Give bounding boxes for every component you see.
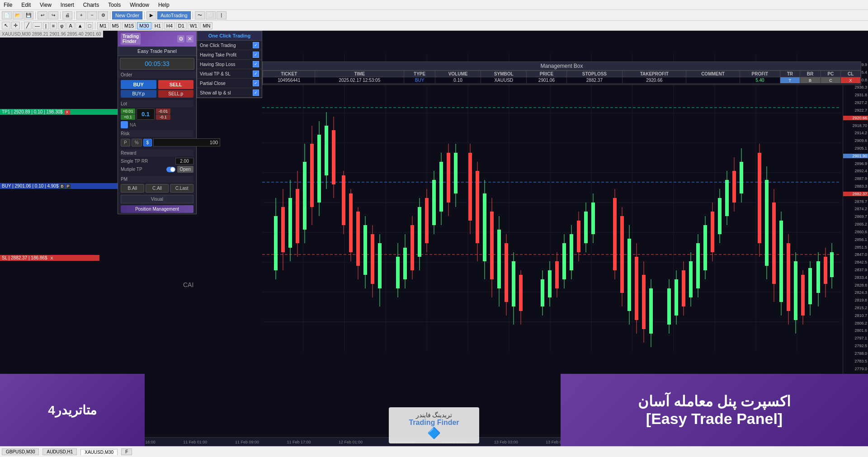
sell-button[interactable]: SELL: [158, 80, 194, 89]
properties-btn[interactable]: ⚙: [98, 11, 108, 19]
svg-rect-101: [577, 221, 580, 252]
menu-tools[interactable]: Tools: [106, 2, 123, 8]
oct-row-1: Having Take Profit: [197, 50, 262, 60]
risk-p-btn[interactable]: P: [121, 139, 130, 146]
lot-plus001[interactable]: +0.01: [121, 108, 135, 114]
risk-pct-btn[interactable]: %: [132, 139, 142, 146]
tf-m15[interactable]: M15: [122, 22, 136, 29]
oct-check-3[interactable]: [253, 71, 259, 77]
tf-m1[interactable]: M1: [97, 22, 108, 29]
c-last-button[interactable]: C.Last: [170, 184, 193, 193]
svg-rect-29: [281, 207, 285, 252]
menu-view[interactable]: View: [38, 2, 53, 8]
status-tab-0[interactable]: GBPUSD,M30: [2, 448, 39, 455]
btn-pc[interactable]: C: [821, 77, 841, 84]
text-tool[interactable]: A: [66, 22, 74, 29]
menu-file[interactable]: File: [2, 2, 14, 8]
hline-tool[interactable]: —: [33, 22, 42, 29]
buy-sell-row: BUY SELL: [121, 80, 193, 89]
time-1: 11 Feb 01:00: [183, 440, 207, 444]
buysell-pending-row: BUY.p SELL.p: [121, 90, 193, 98]
tf-h4[interactable]: H4: [164, 22, 175, 29]
lot-minus01[interactable]: -0.1: [156, 114, 170, 120]
zoom-in-btn[interactable]: +: [76, 11, 86, 19]
oct-check-0[interactable]: [253, 42, 259, 48]
sell-pending-button[interactable]: SELL.p: [158, 90, 194, 98]
undo-btn[interactable]: ↩: [38, 11, 47, 19]
period-sep-btn[interactable]: |: [217, 11, 226, 19]
zoom-out-btn[interactable]: −: [87, 11, 97, 19]
buy-button[interactable]: BUY: [121, 80, 156, 89]
risk-controls: P % $: [121, 138, 193, 146]
tf-m5[interactable]: M5: [110, 22, 121, 29]
fib-tool[interactable]: φ: [58, 22, 66, 29]
btn-cl[interactable]: X: [841, 77, 861, 84]
svg-rect-53: [371, 234, 374, 284]
oct-row-3: Virtual TP & SL: [197, 69, 262, 79]
line-tool[interactable]: ╱: [24, 22, 32, 29]
multiple-tp-toggle[interactable]: [166, 167, 175, 172]
print-btn[interactable]: 🖨: [62, 11, 72, 19]
cell-symbol: XAUUSD: [481, 77, 527, 84]
risk-dollar-btn[interactable]: $: [143, 139, 152, 146]
rect-tool[interactable]: □: [86, 22, 94, 29]
status-tab-3[interactable]: F: [121, 448, 132, 455]
price-2860: 2860.6: [843, 230, 868, 234]
redo-btn[interactable]: ↪: [48, 11, 58, 19]
buy-pending-button[interactable]: BUY.p: [121, 90, 156, 98]
auto-trading-btn[interactable]: AutoTrading: [157, 11, 191, 19]
menu-help[interactable]: Help: [156, 2, 171, 8]
oct-check-5[interactable]: [253, 90, 259, 96]
indicator-btn[interactable]: 〜: [195, 11, 205, 19]
svg-rect-83: [497, 230, 501, 288]
b-all-button[interactable]: B.All: [121, 184, 144, 193]
cursor-tool[interactable]: ↖: [2, 22, 10, 29]
tf-h1[interactable]: H1: [152, 22, 163, 29]
tf-w1[interactable]: W1: [188, 22, 200, 29]
svg-rect-129: [703, 225, 707, 270]
svg-rect-123: [682, 270, 685, 306]
tf-d1[interactable]: D1: [176, 22, 187, 29]
new-order-btn[interactable]: New Order: [112, 11, 142, 19]
oct-check-2[interactable]: [253, 61, 259, 67]
oct-check-4[interactable]: [253, 80, 259, 86]
lot-minus001[interactable]: -0.01: [156, 108, 170, 114]
oct-check-1[interactable]: [253, 52, 259, 58]
status-bar: GBPUSD,M30 AUDUSD,H1 XAUUSD,M30 F: [0, 446, 868, 457]
status-tab-1[interactable]: AUDUSD,H1: [42, 448, 77, 455]
risk-value-input[interactable]: [153, 138, 220, 146]
open-button[interactable]: Open: [177, 166, 193, 173]
svg-rect-75: [468, 153, 472, 221]
btn-tr[interactable]: T: [780, 77, 800, 84]
expert-btn[interactable]: ▶: [146, 11, 156, 19]
lot-plus01[interactable]: +0.1: [121, 114, 135, 120]
new-btn[interactable]: 📄: [2, 11, 12, 19]
price-2847: 2847.0: [843, 252, 868, 257]
position-management-button[interactable]: Position Management: [121, 205, 193, 213]
save-btn[interactable]: 💾: [24, 11, 33, 19]
vline-tool[interactable]: |: [43, 22, 49, 29]
channel-tool[interactable]: ≡: [50, 22, 57, 29]
tf-mn[interactable]: MN: [200, 22, 212, 29]
c-all-button[interactable]: C.All: [146, 184, 169, 193]
label-tool[interactable]: ▲: [75, 22, 85, 29]
tf-m30[interactable]: M30: [137, 22, 151, 29]
template-btn[interactable]: ⬜: [206, 11, 216, 19]
menu-charts[interactable]: Charts: [81, 2, 101, 8]
tp-close-btn[interactable]: X: [65, 110, 70, 114]
visual-button[interactable]: Visual: [121, 195, 193, 203]
lot-display: 0.1: [137, 108, 155, 120]
open-btn[interactable]: 📂: [13, 11, 23, 19]
buy-b-btn[interactable]: B: [60, 184, 64, 188]
sl-close-btn[interactable]: X: [49, 256, 54, 260]
buy-p-btn[interactable]: P: [66, 184, 71, 188]
menu-edit[interactable]: Edit: [19, 2, 33, 8]
crosshair-tool[interactable]: ✛: [11, 22, 20, 29]
menu-window[interactable]: Window: [128, 2, 151, 8]
close-icon[interactable]: ✕: [186, 35, 193, 42]
settings-icon[interactable]: ⚙: [177, 35, 184, 42]
menu-insert[interactable]: Insert: [59, 2, 76, 8]
svg-rect-65: [425, 198, 429, 243]
btn-br[interactable]: B: [800, 77, 821, 84]
status-tab-2[interactable]: XAUUSD,M30: [80, 449, 118, 455]
